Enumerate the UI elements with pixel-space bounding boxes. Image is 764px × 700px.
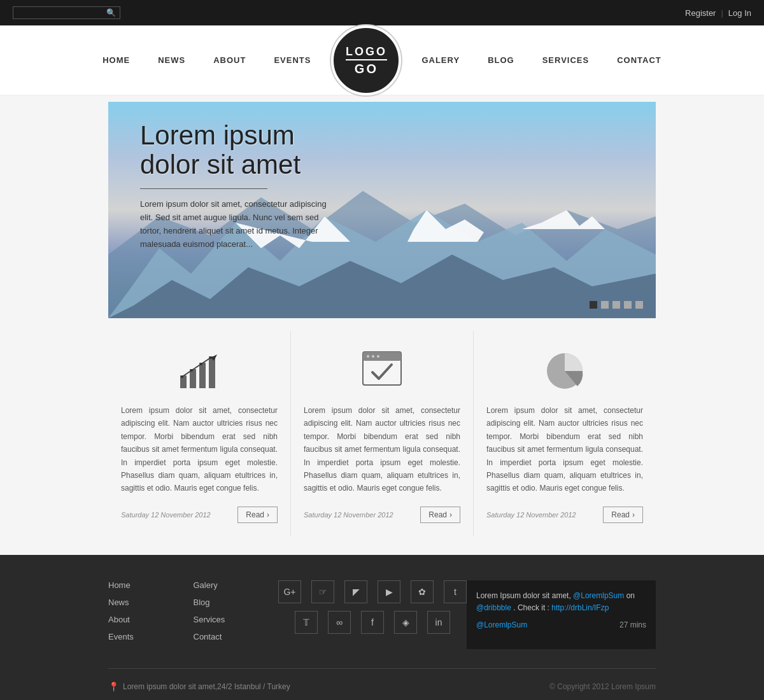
svg-rect-9: [209, 356, 215, 388]
card-1-text: Lorem ipsum dolor sit amet, consectetur …: [121, 404, 278, 495]
hero-title: Lorem ipsum dolor sit amet: [140, 121, 337, 179]
card-3: Lorem ipsum dolor sit amet, consectetur …: [474, 331, 656, 536]
svg-rect-7: [190, 369, 196, 388]
login-link[interactable]: Log In: [728, 8, 751, 18]
logo: LOGO GO: [331, 25, 401, 95]
card-3-date: Saturday 12 November 2012: [486, 511, 576, 519]
footer-link-about[interactable]: About: [108, 615, 194, 624]
twitter-on: on: [626, 591, 635, 600]
register-link[interactable]: Register: [685, 8, 716, 18]
hero-description: Lorem ipsum dolor sit amet, consectetur …: [140, 198, 337, 251]
svg-point-17: [367, 355, 369, 358]
search-button[interactable]: 🔍: [106, 8, 116, 17]
social-youtube-icon[interactable]: ▶: [378, 580, 400, 603]
card-2-footer: Saturday 12 November 2012 Read ›: [304, 507, 460, 523]
hero-dot-2[interactable]: [601, 301, 609, 309]
svg-marker-5: [522, 210, 605, 229]
footer-link-contact[interactable]: Contact: [194, 632, 279, 641]
social-flickr-icon[interactable]: ✿: [411, 580, 434, 603]
social-rss-icon[interactable]: ◤: [344, 580, 367, 603]
footer-copyright: © Copyright 2012 Lorem Ipsum: [549, 682, 656, 691]
hero-dot-4[interactable]: [624, 301, 632, 309]
card-2-date: Saturday 12 November 2012: [304, 511, 393, 519]
svg-point-12: [200, 363, 202, 365]
nav-item-services[interactable]: SERVICES: [528, 55, 604, 65]
footer-twitter: Lorem Ipsum dolor sit amet, @LoremlpSum …: [467, 580, 656, 649]
social-lastfm-icon[interactable]: ∞: [328, 611, 351, 634]
card-1-icon: [121, 344, 278, 395]
social-twitter-icon[interactable]: 𝕋: [295, 611, 318, 634]
top-bar: 🔍 Register | Log In: [0, 0, 764, 25]
pie-chart-icon: [542, 347, 587, 391]
search-input[interactable]: [17, 8, 106, 17]
logo-text-bottom: GO: [346, 60, 387, 75]
card-2-read-btn[interactable]: Read ›: [420, 507, 460, 523]
nav-links: HOME NEWS ABOUT EVENTS LOGO GO GALERY BL…: [0, 25, 764, 95]
svg-point-11: [190, 369, 193, 372]
chart-growth-icon: [177, 347, 222, 391]
card-3-read-btn[interactable]: Read ›: [603, 507, 643, 523]
social-row-1: G+ ☞ ◤ ▶ ✿ t: [278, 580, 467, 603]
twitter-footer: @LoremlpSum 27 mins: [476, 620, 646, 629]
social-pinterest-icon[interactable]: ☞: [311, 580, 334, 603]
navbar: HOME NEWS ABOUT EVENTS LOGO GO GALERY BL…: [0, 25, 764, 95]
social-linkedin-icon[interactable]: in: [427, 611, 450, 634]
svg-rect-8: [199, 363, 206, 388]
hero-dots: [590, 301, 643, 309]
hero-section: Lorem ipsum dolor sit amet Lorem ipsum d…: [108, 102, 656, 318]
hero-dot-1[interactable]: [590, 301, 597, 309]
footer-link-services[interactable]: Services: [194, 615, 279, 624]
search-box[interactable]: 🔍: [13, 6, 120, 19]
svg-point-19: [377, 355, 379, 358]
twitter-link-pre: . Check it :: [513, 603, 549, 612]
location-icon: 📍: [108, 682, 119, 692]
card-3-icon: [486, 344, 643, 395]
footer-top: Home News About Events Galery Blog Servi…: [108, 580, 656, 649]
card-3-footer: Saturday 12 November 2012 Read ›: [486, 507, 643, 523]
twitter-text: Lorem Ipsum dolor sit amet, @LoremlpSum …: [476, 590, 646, 614]
card-1-footer: Saturday 12 November 2012 Read ›: [121, 507, 278, 523]
social-row-2: 𝕋 ∞ f ◈ in: [295, 611, 450, 634]
task-check-icon: [360, 347, 404, 391]
hero-content: Lorem ipsum dolor sit amet Lorem ipsum d…: [140, 121, 337, 251]
twitter-handle1[interactable]: @LoremlpSum: [573, 591, 624, 600]
card-3-text: Lorem ipsum dolor sit amet, consectetur …: [486, 404, 643, 495]
footer-link-blog[interactable]: Blog: [194, 598, 279, 607]
nav-item-galery[interactable]: GALERY: [407, 55, 474, 65]
card-1-date: Saturday 12 November 2012: [121, 511, 211, 519]
card-1-read-btn[interactable]: Read ›: [237, 507, 278, 523]
twitter-link[interactable]: http://drbLin/IFzp: [551, 603, 609, 612]
nav-item-events[interactable]: EVENTS: [260, 55, 325, 65]
footer-inner: Home News About Events Galery Blog Servi…: [108, 580, 656, 692]
twitter-time: 27 mins: [619, 620, 646, 629]
social-tumblr-icon[interactable]: t: [444, 580, 467, 603]
hero-dot-5[interactable]: [635, 301, 643, 309]
svg-point-18: [372, 355, 374, 358]
footer-address: 📍 Lorem ipsum dolor sit amet,24/2 Istanb…: [108, 682, 290, 692]
card-2-icon: [304, 344, 460, 395]
nav-item-blog[interactable]: BLOG: [474, 55, 528, 65]
nav-item-contact[interactable]: CONTACT: [603, 55, 676, 65]
nav-item-news[interactable]: NEWS: [144, 55, 199, 65]
nav-item-home[interactable]: HOME: [88, 55, 144, 65]
twitter-user: @LoremlpSum: [476, 620, 527, 629]
social-dribbble-icon[interactable]: ◈: [394, 611, 417, 634]
card-2: Lorem ipsum dolor sit amet, consectetur …: [291, 331, 474, 536]
twitter-handle2[interactable]: @dribbble: [476, 603, 511, 612]
social-googleplus-icon[interactable]: G+: [278, 580, 301, 603]
twitter-pre: Lorem Ipsum dolor sit amet,: [476, 591, 571, 600]
footer-link-home[interactable]: Home: [108, 580, 194, 590]
social-facebook-icon[interactable]: f: [361, 611, 384, 634]
card-2-text: Lorem ipsum dolor sit amet, consectetur …: [304, 404, 460, 495]
footer-bottom: 📍 Lorem ipsum dolor sit amet,24/2 Istanb…: [108, 668, 656, 692]
footer-nav-col-2: Galery Blog Services Contact: [194, 580, 279, 649]
footer-social: G+ ☞ ◤ ▶ ✿ t 𝕋 ∞ f ◈ in: [278, 580, 467, 649]
nav-item-about[interactable]: ABOUT: [199, 55, 260, 65]
cards-section: Lorem ipsum dolor sit amet, consectetur …: [108, 318, 656, 555]
hero-dot-3[interactable]: [612, 301, 620, 309]
footer: Home News About Events Galery Blog Servi…: [0, 555, 764, 700]
footer-link-news[interactable]: News: [108, 598, 194, 607]
logo-text-top: LOGO: [346, 46, 387, 60]
footer-link-galery[interactable]: Galery: [194, 580, 279, 590]
footer-link-events[interactable]: Events: [108, 632, 194, 641]
